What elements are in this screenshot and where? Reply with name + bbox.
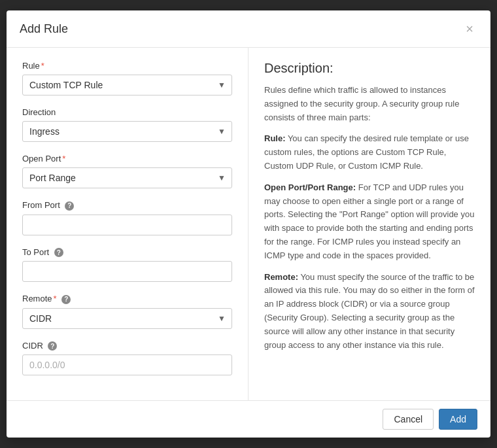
open-port-desc-heading: Open Port/Port Range: — [264, 182, 356, 192]
direction-select[interactable]: Ingress Egress — [22, 121, 232, 142]
remote-desc-text: You must specify the source of the traff… — [264, 272, 475, 350]
cidr-help-icon: ? — [48, 341, 57, 351]
modal-body: Rule* Custom TCP Rule Custom UDP Rule Cu… — [7, 48, 490, 400]
description-rule: Rule: You can specify the desired rule t… — [264, 132, 475, 173]
from-port-help-icon: ? — [65, 201, 74, 211]
direction-label: Direction — [22, 107, 232, 117]
open-port-select[interactable]: Port Range Port — [22, 167, 232, 188]
remote-desc-heading: Remote: — [264, 272, 298, 282]
cidr-group: CIDR ? — [22, 341, 232, 376]
remote-help-icon: ? — [61, 295, 71, 304]
modal-header: Add Rule × — [7, 10, 490, 48]
rule-select-wrapper: Custom TCP Rule Custom UDP Rule Custom I… — [22, 75, 232, 95]
rule-select[interactable]: Custom TCP Rule Custom UDP Rule Custom I… — [22, 75, 232, 95]
remote-label: Remote* ? — [22, 294, 232, 304]
left-panel: Rule* Custom TCP Rule Custom UDP Rule Cu… — [7, 48, 248, 400]
description-intro: Rules define which traffic is allowed to… — [264, 84, 475, 124]
remote-required: * — [54, 294, 57, 303]
remote-group: Remote* ? CIDR Security Group ▼ — [22, 294, 232, 329]
from-port-group: From Port ? — [22, 200, 232, 235]
cidr-label: CIDR ? — [22, 341, 232, 351]
to-port-input[interactable] — [22, 261, 232, 282]
rule-label: Rule* — [22, 61, 232, 71]
open-port-group: Open Port* Port Range Port ▼ — [22, 154, 232, 188]
modal-footer: Cancel Add — [7, 400, 490, 438]
add-button[interactable]: Add — [439, 409, 477, 430]
cancel-button[interactable]: Cancel — [383, 409, 434, 430]
modal-title: Add Rule — [20, 22, 68, 36]
remote-select-wrapper: CIDR Security Group ▼ — [22, 308, 232, 329]
open-port-label: Open Port* — [22, 154, 232, 164]
description-remote: Remote: You must specify the source of t… — [264, 271, 475, 353]
rule-required: * — [41, 61, 44, 71]
from-port-input[interactable] — [22, 215, 232, 235]
rule-desc-text: You can specify the desired rule templat… — [264, 133, 469, 171]
add-rule-modal: Add Rule × Rule* Custom TCP Rule Custom … — [7, 10, 490, 438]
close-button[interactable]: × — [462, 21, 477, 37]
open-port-required: * — [62, 154, 65, 164]
rule-group: Rule* Custom TCP Rule Custom UDP Rule Cu… — [22, 61, 232, 95]
description-open-port: Open Port/Port Range: For TCP and UDP ru… — [264, 181, 475, 263]
cidr-input[interactable] — [22, 354, 232, 375]
from-port-label: From Port ? — [22, 200, 232, 211]
to-port-label: To Port ? — [22, 247, 232, 258]
right-panel: Description: Rules define which traffic … — [248, 48, 490, 400]
direction-select-wrapper: Ingress Egress ▼ — [22, 121, 232, 142]
modal-backdrop: Add Rule × Rule* Custom TCP Rule Custom … — [0, 0, 497, 448]
direction-group: Direction Ingress Egress ▼ — [22, 107, 232, 142]
rule-desc-heading: Rule: — [264, 133, 286, 143]
description-title: Description: — [264, 61, 475, 76]
to-port-help-icon: ? — [54, 248, 63, 257]
open-port-select-wrapper: Port Range Port ▼ — [22, 167, 232, 188]
to-port-group: To Port ? — [22, 247, 232, 283]
open-port-desc-text: For TCP and UDP rules you may choose to … — [264, 182, 474, 260]
remote-select[interactable]: CIDR Security Group — [22, 308, 232, 329]
